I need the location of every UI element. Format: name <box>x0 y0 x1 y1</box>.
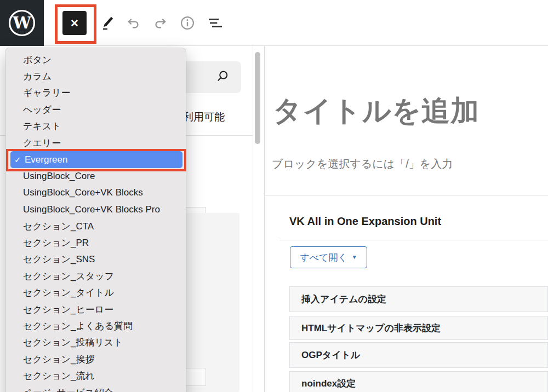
editor-canvas: タイトルを追加 ブロックを選択するには「/」を入力 VK All in One … <box>265 46 548 392</box>
wordpress-logo[interactable]: W <box>0 0 44 46</box>
dropdown-item-label: セクション_スタッフ <box>23 270 114 283</box>
dropdown-item-label: セクション_タイトル <box>23 286 114 299</box>
accordion-header-label: 挿入アイテムの設定 <box>301 293 386 305</box>
dropdown-item-label: カラム <box>23 70 52 83</box>
dropdown-item-selected[interactable]: ✓Evergreen <box>10 151 182 168</box>
dropdown-item-label: クエリー <box>23 137 61 149</box>
caret-down-icon: ▼ <box>352 255 357 260</box>
dropdown-item[interactable]: UsingBlock_Core <box>5 168 186 185</box>
close-icon: ✕ <box>70 17 79 30</box>
dropdown-item[interactable]: テキスト <box>5 118 186 135</box>
accordion-header-label: HTMLサイトマップの非表示設定 <box>301 322 441 335</box>
dropdown-item[interactable]: セクション_タイトル <box>5 284 186 301</box>
dropdown-item-label: UsingBlock_Core <box>23 171 95 182</box>
dropdown-item-label: ページ_サービス紹介 <box>23 387 113 392</box>
dropdown-item-label: セクション_CTA <box>23 220 94 233</box>
paragraph-block-placeholder[interactable]: ブロックを選択するには「/」を入力 <box>272 157 453 171</box>
dropdown-item-label: ボタン <box>23 54 52 66</box>
block-inserter-toggle-button[interactable]: ✕ <box>62 11 87 35</box>
accordion-header[interactable]: noindex設定 <box>289 371 548 392</box>
info-icon <box>179 14 196 32</box>
svg-text:W: W <box>12 13 32 32</box>
scrollbar-thumb[interactable] <box>255 52 260 144</box>
redo-icon <box>152 15 169 31</box>
dropdown-item-label: セクション_SNS <box>23 253 95 266</box>
block-category-dropdown: ボタンカラムギャラリーヘッダーテキストクエリー✓EvergreenUsingBl… <box>5 48 186 392</box>
accordion-header[interactable]: HTMLサイトマップの非表示設定 <box>289 316 548 340</box>
dropdown-item[interactable]: セクション_流れ <box>5 367 186 384</box>
list-view-icon <box>207 14 224 32</box>
dropdown-item-label: テキスト <box>23 120 61 132</box>
dropdown-item-label: セクション_よくある質問 <box>23 320 133 332</box>
accordion-header[interactable]: 挿入アイテムの設定 <box>289 286 548 312</box>
dropdown-item-label: セクション_ヒーロー <box>23 303 113 316</box>
dropdown-item[interactable]: セクション_投稿リスト <box>5 335 186 351</box>
dropdown-item[interactable]: セクション_PR <box>5 234 186 251</box>
open-all-button[interactable]: すべて開く ▼ <box>290 246 367 268</box>
dropdown-item[interactable]: ヘッダー <box>5 101 186 118</box>
accordion-header[interactable]: OGPタイトル <box>289 342 548 368</box>
patterns-available-label: 利用可能 <box>183 110 225 124</box>
dropdown-item-label: UsingBlock_Core+VK Blocks <box>23 187 143 198</box>
dropdown-item-label: ギャラリー <box>23 87 71 99</box>
redo-button[interactable] <box>150 12 172 34</box>
pencil-icon <box>99 15 116 31</box>
dropdown-item[interactable]: セクション_SNS <box>5 251 186 268</box>
dropdown-item-label: セクション_流れ <box>23 370 95 382</box>
dropdown-item-label: セクション_挨拶 <box>23 353 94 366</box>
accordion-header-label: noindex設定 <box>301 377 356 390</box>
dropdown-item[interactable]: カラム <box>5 68 186 84</box>
dropdown-item[interactable]: クエリー <box>5 135 186 151</box>
dropdown-item[interactable]: ページ_サービス紹介 <box>5 384 186 392</box>
dropdown-item[interactable]: セクション_ヒーロー <box>5 301 186 318</box>
undo-button[interactable] <box>122 12 144 34</box>
dropdown-item[interactable]: ギャラリー <box>5 85 186 101</box>
undo-icon <box>125 15 141 31</box>
post-title-placeholder[interactable]: タイトルを追加 <box>273 92 480 130</box>
accordion-header-label: OGPタイトル <box>301 349 360 361</box>
dropdown-item[interactable]: UsingBlock_Core+VK Blocks Pro <box>5 201 186 218</box>
wordpress-block-editor: 利用可能 タイトルを追加 ブロックを選択するには「/」を入力 VK All in… <box>0 0 548 392</box>
vk-exunit-accordion: 挿入アイテムの設定HTMLサイトマップの非表示設定OGPタイトルnoindex設… <box>289 286 548 392</box>
editor-header: W ✕ <box>0 0 548 46</box>
dropdown-item[interactable]: セクション_スタッフ <box>5 268 186 284</box>
dropdown-item-label: セクション_PR <box>23 237 89 249</box>
dropdown-item-label: ヘッダー <box>23 103 61 116</box>
vk-exunit-metabox-title: VK All in One Expansion Unit <box>289 215 441 228</box>
metabox-divider <box>279 240 548 240</box>
dropdown-item[interactable]: セクション_CTA <box>5 218 186 234</box>
check-icon: ✓ <box>14 155 21 165</box>
list-view-button[interactable] <box>204 12 226 34</box>
open-all-label: すべて開く <box>300 251 347 264</box>
dropdown-item[interactable]: ボタン <box>5 51 186 68</box>
wordpress-logo-icon: W <box>8 9 36 37</box>
scrollbar-track <box>253 46 253 392</box>
dropdown-item[interactable]: セクション_挨拶 <box>5 351 186 367</box>
dropdown-item-label: セクション_投稿リスト <box>23 336 123 349</box>
metabox-top-divider <box>265 195 548 195</box>
dropdown-item[interactable]: UsingBlock_Core+VK Blocks <box>5 185 186 201</box>
dropdown-item-label: UsingBlock_Core+VK Blocks Pro <box>23 204 160 215</box>
dropdown-item[interactable]: セクション_よくある質問 <box>5 318 186 334</box>
details-button[interactable] <box>176 12 198 34</box>
edit-mode-button[interactable] <box>96 12 118 34</box>
dropdown-item-label: Evergreen <box>25 154 67 165</box>
